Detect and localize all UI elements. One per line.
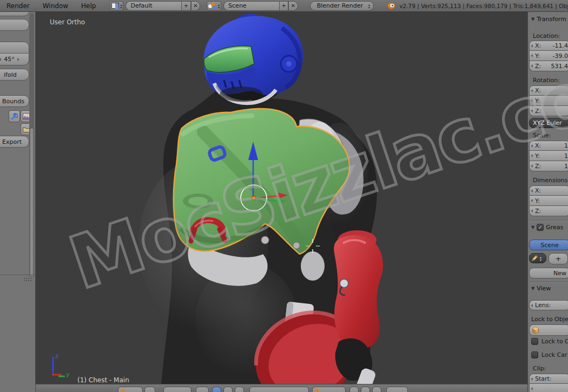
decrement-arrow-icon[interactable] bbox=[531, 99, 533, 102]
panel-resize-grip[interactable] bbox=[23, 277, 32, 282]
decrement-arrow-icon[interactable] bbox=[531, 377, 533, 381]
delete-scene-button[interactable]: ✕ bbox=[288, 1, 298, 11]
scale-x-field[interactable]: X: 1 bbox=[529, 141, 568, 151]
toggle-button[interactable] bbox=[349, 387, 359, 392]
shelf-scrollbar-thumb[interactable] bbox=[30, 128, 34, 277]
editor-type-button[interactable] bbox=[118, 387, 143, 392]
rotation-z-field[interactable]: Z: bbox=[529, 106, 568, 116]
decrement-arrow-icon[interactable] bbox=[531, 54, 533, 57]
pivot-dropdown[interactable] bbox=[249, 387, 309, 392]
view-panel-header[interactable]: ▼ View bbox=[531, 285, 551, 292]
manifold-button[interactable]: ifold bbox=[0, 69, 29, 81]
viewport-3d[interactable]: User Ortho (1) Chest - Main z y bbox=[36, 12, 527, 384]
shading-button[interactable] bbox=[196, 387, 209, 392]
forearm-armor-red[interactable] bbox=[334, 230, 383, 349]
panel-divider bbox=[528, 282, 568, 282]
toggle-button[interactable] bbox=[361, 387, 370, 392]
decrement-arrow-icon[interactable] bbox=[531, 209, 533, 212]
menu-help[interactable]: Help bbox=[75, 2, 102, 10]
lock-to-cursor-row[interactable]: Lock to C bbox=[531, 338, 568, 345]
screen-layout-selector[interactable]: ▴▾ bbox=[110, 1, 123, 11]
axis-label: Z: bbox=[535, 163, 541, 170]
decrement-arrow-icon[interactable] bbox=[531, 189, 533, 192]
grease-data-dropdown[interactable]: ▴▾ bbox=[529, 253, 546, 263]
shelf-button-partial-top[interactable] bbox=[0, 12, 29, 16]
decrement-arrow-icon[interactable] bbox=[531, 304, 533, 307]
decrement-arrow-icon[interactable] bbox=[531, 199, 533, 202]
layout-name-field[interactable]: Default bbox=[126, 1, 181, 11]
decrement-arrow-icon[interactable] bbox=[531, 89, 533, 92]
shelf-button-1[interactable] bbox=[0, 19, 29, 31]
decrement-arrow-icon[interactable] bbox=[531, 64, 533, 68]
shelf-button-2[interactable] bbox=[0, 42, 29, 54]
gizmo-z-label: z bbox=[55, 353, 58, 360]
lens-field[interactable]: Lens: bbox=[529, 300, 568, 310]
bevel-angle-field[interactable]: 45° bbox=[0, 54, 29, 65]
bottombar-button[interactable] bbox=[144, 387, 155, 392]
grease-pencil-checkbox[interactable]: ✓ bbox=[537, 224, 544, 231]
export-button[interactable]: Export bbox=[0, 136, 29, 148]
grease-pencil-panel-header[interactable]: ▼ ✓ Greas bbox=[531, 224, 563, 231]
lock-to-cursor-label: Lock to C bbox=[541, 338, 568, 345]
rotation-x-field[interactable]: X: bbox=[529, 85, 568, 96]
gizmo-y-label: y bbox=[66, 371, 70, 378]
transform-panel-header[interactable]: ▼ Transform bbox=[531, 16, 566, 23]
scene-name-field[interactable]: Scene bbox=[223, 1, 279, 11]
dimensions-z-field[interactable]: Z: bbox=[529, 206, 568, 216]
decrement-arrow-icon[interactable] bbox=[0, 58, 1, 61]
axis-label: Y: bbox=[535, 197, 540, 204]
active-layer-button[interactable] bbox=[212, 387, 221, 392]
clip-end-field-partial[interactable] bbox=[529, 384, 568, 392]
layout-stepper-arrows[interactable]: ▴▾ bbox=[120, 3, 122, 9]
dimensions-y-field[interactable]: Y: bbox=[529, 196, 568, 206]
add-scene-button[interactable]: + bbox=[279, 1, 288, 11]
lock-camera-checkbox[interactable] bbox=[531, 351, 538, 358]
decrement-arrow-icon[interactable] bbox=[531, 387, 533, 390]
decrement-arrow-icon[interactable] bbox=[531, 109, 533, 112]
active-object-label: (1) Chest - Main bbox=[77, 376, 129, 384]
grease-scene-button[interactable]: Scene bbox=[529, 240, 568, 250]
collapse-triangle-icon: ▼ bbox=[531, 286, 534, 291]
layer-button[interactable] bbox=[235, 387, 244, 392]
location-z-field[interactable]: Z: 531.4 bbox=[529, 61, 568, 71]
lock-to-cursor-checkbox[interactable] bbox=[531, 338, 538, 345]
lock-camera-row[interactable]: Lock Car bbox=[531, 351, 567, 358]
wrench-tool-button[interactable] bbox=[9, 110, 20, 122]
shelf-scrollbar-track[interactable] bbox=[29, 13, 34, 276]
delete-layout-button[interactable]: ✕ bbox=[191, 1, 200, 11]
rotation-mode-dropdown[interactable]: XYZ Euler bbox=[529, 118, 568, 128]
lock-object-field[interactable] bbox=[529, 324, 568, 336]
down-arrow-icon: ▾ bbox=[120, 6, 122, 9]
mode-dropdown[interactable] bbox=[163, 387, 191, 392]
proportional-edit-button[interactable] bbox=[386, 387, 408, 392]
scale-z-field[interactable]: Z: 1 bbox=[529, 161, 568, 171]
location-y-field[interactable]: Y: -39.0 bbox=[529, 51, 568, 61]
menu-window[interactable]: Window bbox=[36, 2, 75, 10]
scale-y-field[interactable]: Y: 1 bbox=[529, 151, 568, 161]
cube-icon bbox=[532, 327, 539, 334]
scene-stepper-arrows[interactable]: ▴▾ bbox=[218, 3, 220, 9]
location-x-field[interactable]: X: -11.4 bbox=[529, 41, 568, 51]
lock-camera-label: Lock Car bbox=[541, 351, 567, 358]
increment-arrow-icon[interactable] bbox=[17, 58, 19, 61]
menu-render[interactable]: Render bbox=[0, 2, 36, 10]
decrement-arrow-icon[interactable] bbox=[531, 164, 533, 168]
axis-label: X: bbox=[535, 87, 541, 94]
dimensions-x-field[interactable]: X: bbox=[529, 185, 568, 196]
decrement-arrow-icon[interactable] bbox=[531, 154, 533, 157]
grease-new-button[interactable]: New bbox=[529, 268, 568, 278]
decrement-arrow-icon[interactable] bbox=[531, 44, 533, 48]
scene-selector[interactable]: ▴▾ bbox=[207, 1, 221, 11]
check-icon: ✓ bbox=[538, 225, 542, 230]
clip-start-field[interactable]: Start: bbox=[529, 374, 568, 384]
toggle-button[interactable] bbox=[372, 387, 381, 392]
render-engine-dropdown[interactable]: Blender Render ▴▾ bbox=[310, 1, 374, 11]
grease-add-button[interactable]: + bbox=[549, 253, 568, 264]
add-layout-button[interactable]: + bbox=[181, 1, 190, 11]
decrement-arrow-icon[interactable] bbox=[531, 144, 533, 148]
bounds-button[interactable]: Bounds bbox=[0, 95, 29, 107]
helmet-blue[interactable] bbox=[204, 14, 303, 103]
layer-button[interactable] bbox=[223, 387, 233, 392]
rotation-y-field[interactable]: Y: bbox=[529, 96, 568, 106]
snap-dropdown[interactable] bbox=[312, 387, 346, 392]
